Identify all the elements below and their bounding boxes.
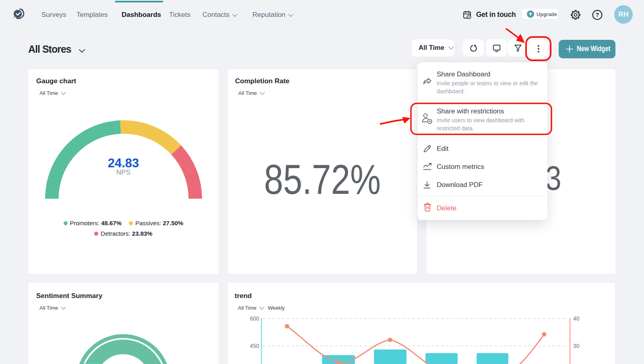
svg-text:30: 30 [573,343,580,349]
svg-text:600: 600 [250,315,260,322]
svg-text:450: 450 [250,343,260,349]
svg-text:?: ? [596,12,599,18]
svg-text:40: 40 [573,315,580,322]
